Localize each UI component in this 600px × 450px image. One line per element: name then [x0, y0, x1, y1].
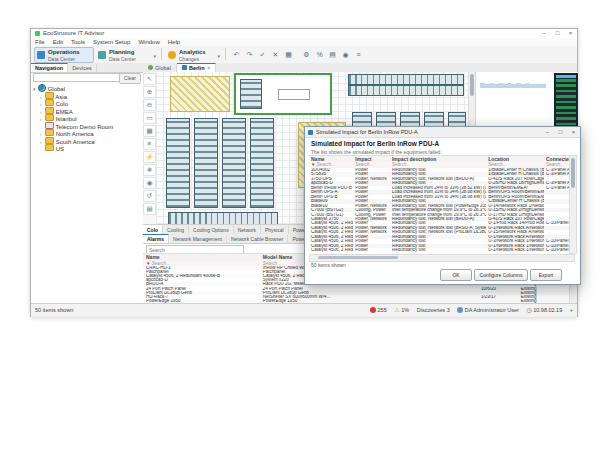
- impact-filter-text: Search...: [546, 162, 564, 167]
- canvas-tool-icon-5[interactable]: ≡: [143, 138, 156, 150]
- tree-item-istanbul[interactable]: › Istanbul: [33, 114, 141, 122]
- room-label-box: [278, 89, 310, 100]
- rack-row[interactable]: [250, 118, 274, 208]
- minimize-button[interactable]: −: [538, 29, 551, 38]
- user-avatar: [457, 307, 463, 313]
- room-icon: [45, 122, 54, 129]
- capacity-icon[interactable]: %: [314, 49, 325, 60]
- ok-button[interactable]: OK: [440, 269, 472, 281]
- rack-row[interactable]: [194, 118, 218, 208]
- power-room[interactable]: [234, 73, 332, 115]
- add-icon[interactable]: +: [570, 307, 573, 313]
- rack-row[interactable]: [240, 79, 262, 109]
- menu-edit[interactable]: Edit: [49, 38, 67, 46]
- dialog-icon: [308, 130, 313, 135]
- dialog-maximize-button[interactable]: □: [554, 127, 567, 137]
- canvas-tool-icon-4[interactable]: ▦: [143, 125, 156, 137]
- canvas-tool-icon-8[interactable]: ◉: [143, 177, 156, 189]
- impact-cell: C-10/Panel A/Berlin InRo...: [544, 248, 571, 252]
- warning-count[interactable]: 1%: [401, 304, 409, 317]
- rack-elevation-view[interactable]: [554, 73, 578, 133]
- planning-button[interactable]: Planning Data Center ▾: [95, 47, 159, 63]
- close-button[interactable]: ×: [564, 29, 577, 38]
- rack-row[interactable]: [168, 212, 278, 224]
- menu-system-setup[interactable]: System Setup: [89, 38, 134, 46]
- nav-tab-navigation[interactable]: Navigation: [31, 63, 68, 72]
- menu-tools[interactable]: Tools: [67, 38, 89, 46]
- canvas-tool-icon-3[interactable]: ▭: [143, 112, 156, 124]
- canvas-tool-icon-6[interactable]: ⚡: [143, 151, 156, 163]
- tree-item-global[interactable]: ▾ Global: [33, 84, 141, 92]
- planning-sublabel: Data Center: [109, 56, 136, 62]
- dock-tab-network-management[interactable]: Network Management: [169, 235, 227, 243]
- canvas-tool-icon-2[interactable]: ⊖: [143, 99, 156, 111]
- delete-icon[interactable]: ✕: [270, 49, 281, 60]
- canvas-tool-icon-9[interactable]: ↺: [143, 190, 156, 202]
- menu-help[interactable]: Help: [164, 38, 184, 46]
- tree-item-colo[interactable]: › Colo: [33, 99, 141, 107]
- tree-item-emea[interactable]: › EMEA: [33, 107, 141, 115]
- list-icon[interactable]: ≡: [353, 49, 364, 60]
- alarm-critical-icon[interactable]: [370, 307, 376, 313]
- dock-tab-network-cable-browser[interactable]: Network Cable Browser: [227, 235, 289, 243]
- undo-icon[interactable]: ↶: [231, 49, 242, 60]
- view-tab-network[interactable]: Network: [234, 225, 261, 234]
- operations-button[interactable]: Operations Data Center: [34, 47, 94, 63]
- scrollbar-thumb[interactable]: [470, 74, 474, 96]
- canvas-tool-icon-7[interactable]: ❄: [143, 164, 156, 176]
- navigation-search-row: Clear: [31, 72, 143, 83]
- user-label: DA Administrator User: [465, 304, 519, 317]
- close-tab-icon[interactable]: ×: [208, 65, 211, 71]
- tree-item-south-america[interactable]: › South America: [33, 137, 141, 145]
- nav-tab-devices[interactable]: Devices: [68, 64, 97, 72]
- tree-item-telecom-demo-room[interactable]: Telecom Demo Room: [33, 122, 141, 130]
- toolbar-divider: [225, 48, 226, 60]
- scrollbar-thumb[interactable]: [571, 158, 575, 188]
- rack-row[interactable]: [222, 118, 246, 208]
- dock-tab-alarms[interactable]: Alarms: [143, 234, 169, 243]
- dock-column-header[interactable]: Name: [143, 254, 260, 261]
- canvas-tool-icon-0[interactable]: ↖: [143, 73, 156, 85]
- rack-row[interactable]: [348, 85, 464, 96]
- rack-row[interactable]: [348, 74, 464, 85]
- canvas-tab-berlin[interactable]: Berlin×: [177, 63, 217, 72]
- report-icon[interactable]: ▤: [327, 49, 338, 60]
- discoveries-label[interactable]: Discoveries 3: [417, 304, 450, 317]
- analytics-button[interactable]: Analytics Changes ▾: [165, 47, 223, 63]
- maximize-button[interactable]: □: [551, 29, 564, 38]
- redo-icon[interactable]: ↷: [244, 49, 255, 60]
- tree-item-us[interactable]: US: [33, 144, 141, 152]
- menu-window[interactable]: Window: [134, 38, 163, 46]
- globe-icon[interactable]: ◉: [340, 49, 351, 60]
- rack-row[interactable]: [166, 118, 190, 208]
- dialog-title: Simulated Impact for Berlin InRow PDU-A: [316, 127, 418, 137]
- scrollbar-thumb[interactable]: [318, 256, 398, 259]
- clear-button[interactable]: Clear: [119, 73, 141, 84]
- folder-icon: [45, 99, 54, 106]
- dialog-close-button[interactable]: ×: [567, 127, 580, 137]
- canvas-tool-icon-1[interactable]: ⊕: [143, 86, 156, 98]
- view-tab-cooling[interactable]: Cooling: [163, 225, 189, 234]
- view-tab-physical[interactable]: Physical: [261, 225, 289, 234]
- canvas-tab-global[interactable]: Global: [143, 64, 177, 72]
- tree-item-north-america[interactable]: › North America: [33, 129, 141, 137]
- layout-icon[interactable]: ▦: [283, 49, 294, 60]
- view-tab-cooling-options[interactable]: Cooling Options: [189, 225, 234, 234]
- dialog-minimize-button[interactable]: −: [541, 127, 554, 137]
- commit-icon[interactable]: ✓: [257, 49, 268, 60]
- search-input[interactable]: [33, 73, 123, 82]
- view-tab-colo[interactable]: Colo: [143, 225, 163, 234]
- dialog-hscrollbar[interactable]: [309, 254, 575, 262]
- menu-file[interactable]: File: [31, 38, 49, 46]
- settings-icon[interactable]: ⚙: [301, 49, 312, 60]
- capacity-bar: [480, 84, 546, 88]
- warning-icon[interactable]: ⚠: [394, 307, 399, 313]
- alarm-count[interactable]: 255: [378, 304, 387, 317]
- folder-icon: [45, 92, 54, 99]
- canvas-tool-icon-10[interactable]: ▤: [143, 203, 156, 215]
- tree-item-asia[interactable]: › Asia: [33, 92, 141, 100]
- export-button[interactable]: Export: [530, 269, 562, 281]
- impact-table-row[interactable]: Catalyst 4506, 2 Redundant 4006e-BPowerR…: [309, 248, 571, 252]
- dialog-scrollbar[interactable]: [569, 155, 577, 254]
- configure-columns-button[interactable]: Configure Columns: [474, 269, 528, 281]
